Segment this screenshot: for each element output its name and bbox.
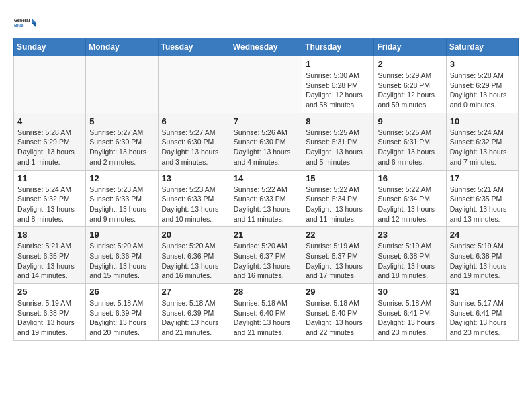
calendar-cell: 17Sunrise: 5:21 AMSunset: 6:35 PMDayligh… <box>446 170 518 227</box>
calendar-week-4: 18Sunrise: 5:21 AMSunset: 6:35 PMDayligh… <box>14 227 519 284</box>
day-info: Sunrise: 5:29 AMSunset: 6:28 PMDaylight:… <box>378 71 442 110</box>
calendar-cell <box>158 56 230 113</box>
day-number: 13 <box>162 173 226 183</box>
calendar-cell: 18Sunrise: 5:21 AMSunset: 6:35 PMDayligh… <box>14 227 86 284</box>
day-info: Sunrise: 5:18 AMSunset: 6:39 PMDaylight:… <box>89 298 154 338</box>
calendar-table: SundayMondayTuesdayWednesdayThursdayFrid… <box>13 38 519 341</box>
calendar-cell: 9Sunrise: 5:25 AMSunset: 6:31 PMDaylight… <box>374 113 446 170</box>
day-number: 29 <box>306 287 370 297</box>
calendar-cell: 8Sunrise: 5:25 AMSunset: 6:31 PMDaylight… <box>302 113 374 170</box>
col-header-thursday: Thursday <box>302 38 374 56</box>
day-info: Sunrise: 5:30 AMSunset: 6:28 PMDaylight:… <box>306 71 370 110</box>
col-header-friday: Friday <box>374 38 446 56</box>
day-info: Sunrise: 5:21 AMSunset: 6:35 PMDaylight:… <box>17 241 82 281</box>
day-number: 20 <box>162 230 226 240</box>
header-row: SundayMondayTuesdayWednesdayThursdayFrid… <box>14 38 519 56</box>
day-number: 18 <box>17 230 82 240</box>
calendar-cell: 31Sunrise: 5:17 AMSunset: 6:41 PMDayligh… <box>446 284 518 341</box>
day-number: 11 <box>17 173 82 183</box>
svg-text:Blue: Blue <box>14 23 24 28</box>
day-info: Sunrise: 5:25 AMSunset: 6:31 PMDaylight:… <box>378 128 442 167</box>
calendar-cell: 27Sunrise: 5:18 AMSunset: 6:39 PMDayligh… <box>158 284 230 341</box>
day-number: 10 <box>450 116 515 126</box>
calendar-cell: 23Sunrise: 5:19 AMSunset: 6:38 PMDayligh… <box>374 227 446 284</box>
day-info: Sunrise: 5:17 AMSunset: 6:41 PMDaylight:… <box>450 298 515 338</box>
calendar-cell: 29Sunrise: 5:18 AMSunset: 6:40 PMDayligh… <box>302 284 374 341</box>
calendar-cell: 30Sunrise: 5:18 AMSunset: 6:41 PMDayligh… <box>374 284 446 341</box>
day-number: 16 <box>378 173 442 183</box>
day-info: Sunrise: 5:24 AMSunset: 6:32 PMDaylight:… <box>450 128 515 167</box>
calendar-cell <box>86 56 158 113</box>
day-number: 9 <box>378 116 442 126</box>
day-info: Sunrise: 5:23 AMSunset: 6:33 PMDaylight:… <box>89 185 154 224</box>
day-info: Sunrise: 5:26 AMSunset: 6:30 PMDaylight:… <box>234 128 298 167</box>
calendar-week-5: 25Sunrise: 5:19 AMSunset: 6:38 PMDayligh… <box>14 284 519 341</box>
calendar-cell: 3Sunrise: 5:28 AMSunset: 6:29 PMDaylight… <box>446 56 518 113</box>
day-info: Sunrise: 5:19 AMSunset: 6:38 PMDaylight:… <box>450 241 515 281</box>
day-info: Sunrise: 5:28 AMSunset: 6:29 PMDaylight:… <box>17 128 82 167</box>
col-header-sunday: Sunday <box>14 38 86 56</box>
day-number: 3 <box>450 59 515 69</box>
calendar-cell: 7Sunrise: 5:26 AMSunset: 6:30 PMDaylight… <box>230 113 302 170</box>
svg-text:General: General <box>14 18 30 23</box>
day-number: 7 <box>234 116 298 126</box>
calendar-cell: 20Sunrise: 5:20 AMSunset: 6:36 PMDayligh… <box>158 227 230 284</box>
col-header-monday: Monday <box>86 38 158 56</box>
day-info: Sunrise: 5:28 AMSunset: 6:29 PMDaylight:… <box>450 71 515 110</box>
calendar-cell: 21Sunrise: 5:20 AMSunset: 6:37 PMDayligh… <box>230 227 302 284</box>
day-info: Sunrise: 5:20 AMSunset: 6:36 PMDaylight:… <box>162 241 226 281</box>
day-number: 5 <box>89 116 154 126</box>
day-info: Sunrise: 5:23 AMSunset: 6:33 PMDaylight:… <box>162 185 226 224</box>
day-number: 28 <box>234 287 298 297</box>
col-header-wednesday: Wednesday <box>230 38 302 56</box>
calendar-cell: 26Sunrise: 5:18 AMSunset: 6:39 PMDayligh… <box>86 284 158 341</box>
calendar-cell: 5Sunrise: 5:27 AMSunset: 6:30 PMDaylight… <box>86 113 158 170</box>
day-info: Sunrise: 5:22 AMSunset: 6:33 PMDaylight:… <box>234 185 298 224</box>
day-number: 19 <box>89 230 154 240</box>
day-info: Sunrise: 5:18 AMSunset: 6:41 PMDaylight:… <box>378 298 442 338</box>
svg-marker-3 <box>32 23 36 28</box>
day-number: 15 <box>306 173 370 183</box>
day-number: 30 <box>378 287 442 297</box>
day-info: Sunrise: 5:18 AMSunset: 6:40 PMDaylight:… <box>234 298 298 338</box>
calendar-cell: 4Sunrise: 5:28 AMSunset: 6:29 PMDaylight… <box>14 113 86 170</box>
calendar-cell: 25Sunrise: 5:19 AMSunset: 6:38 PMDayligh… <box>14 284 86 341</box>
calendar-cell: 24Sunrise: 5:19 AMSunset: 6:38 PMDayligh… <box>446 227 518 284</box>
logo-icon: GeneralBlue <box>13 11 38 35</box>
day-info: Sunrise: 5:25 AMSunset: 6:31 PMDaylight:… <box>306 128 370 167</box>
day-number: 22 <box>306 230 370 240</box>
day-number: 26 <box>89 287 154 297</box>
day-number: 2 <box>378 59 442 69</box>
day-info: Sunrise: 5:24 AMSunset: 6:32 PMDaylight:… <box>17 185 82 224</box>
calendar-cell <box>230 56 302 113</box>
calendar-cell: 22Sunrise: 5:19 AMSunset: 6:37 PMDayligh… <box>302 227 374 284</box>
calendar-cell: 19Sunrise: 5:20 AMSunset: 6:36 PMDayligh… <box>86 227 158 284</box>
calendar-cell: 10Sunrise: 5:24 AMSunset: 6:32 PMDayligh… <box>446 113 518 170</box>
day-info: Sunrise: 5:27 AMSunset: 6:30 PMDaylight:… <box>89 128 154 167</box>
day-number: 21 <box>234 230 298 240</box>
svg-marker-2 <box>32 18 36 23</box>
day-number: 14 <box>234 173 298 183</box>
day-info: Sunrise: 5:18 AMSunset: 6:39 PMDaylight:… <box>162 298 226 338</box>
header: GeneralBlue <box>13 11 519 35</box>
calendar-week-3: 11Sunrise: 5:24 AMSunset: 6:32 PMDayligh… <box>14 170 519 227</box>
calendar-cell: 28Sunrise: 5:18 AMSunset: 6:40 PMDayligh… <box>230 284 302 341</box>
day-info: Sunrise: 5:22 AMSunset: 6:34 PMDaylight:… <box>306 185 370 224</box>
col-header-tuesday: Tuesday <box>158 38 230 56</box>
col-header-saturday: Saturday <box>446 38 518 56</box>
day-number: 24 <box>450 230 515 240</box>
day-info: Sunrise: 5:27 AMSunset: 6:30 PMDaylight:… <box>162 128 226 167</box>
day-number: 8 <box>306 116 370 126</box>
day-info: Sunrise: 5:18 AMSunset: 6:40 PMDaylight:… <box>306 298 370 338</box>
day-info: Sunrise: 5:19 AMSunset: 6:38 PMDaylight:… <box>378 241 442 281</box>
day-info: Sunrise: 5:21 AMSunset: 6:35 PMDaylight:… <box>450 185 515 224</box>
calendar-cell: 2Sunrise: 5:29 AMSunset: 6:28 PMDaylight… <box>374 56 446 113</box>
day-number: 31 <box>450 287 515 297</box>
day-number: 17 <box>450 173 515 183</box>
calendar-cell: 16Sunrise: 5:22 AMSunset: 6:34 PMDayligh… <box>374 170 446 227</box>
calendar-cell <box>14 56 86 113</box>
calendar-week-2: 4Sunrise: 5:28 AMSunset: 6:29 PMDaylight… <box>14 113 519 170</box>
calendar-cell: 14Sunrise: 5:22 AMSunset: 6:33 PMDayligh… <box>230 170 302 227</box>
day-number: 12 <box>89 173 154 183</box>
calendar-cell: 13Sunrise: 5:23 AMSunset: 6:33 PMDayligh… <box>158 170 230 227</box>
